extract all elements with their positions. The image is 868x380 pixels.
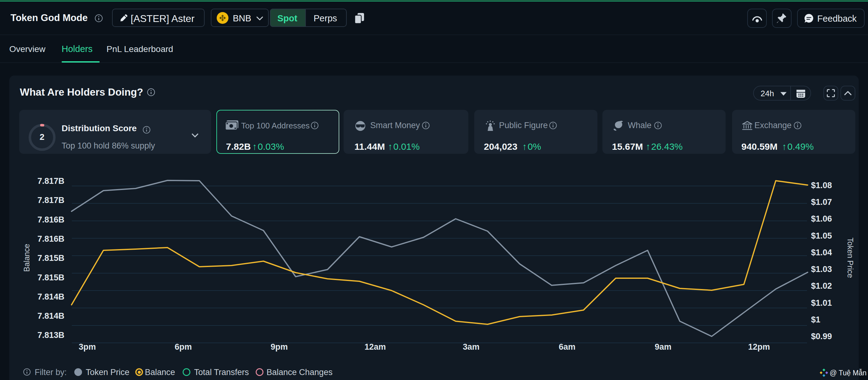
svg-text:7.815B: 7.815B	[37, 253, 64, 263]
svg-text:$1.03: $1.03	[811, 264, 832, 274]
svg-text:9am: 9am	[655, 342, 672, 351]
svg-text:7.813B: 7.813B	[37, 330, 64, 340]
svg-text:7.814B: 7.814B	[37, 311, 64, 321]
svg-text:7.817B: 7.817B	[37, 196, 64, 205]
svg-text:12pm: 12pm	[748, 342, 770, 351]
svg-text:$1.04: $1.04	[811, 248, 832, 257]
svg-text:6am: 6am	[559, 342, 576, 351]
svg-text:6pm: 6pm	[175, 342, 192, 351]
svg-text:$1.05: $1.05	[811, 231, 832, 241]
svg-text:Balance: Balance	[22, 244, 31, 272]
svg-text:$1.07: $1.07	[811, 197, 832, 207]
svg-text:$1.06: $1.06	[811, 214, 832, 223]
svg-text:$1.02: $1.02	[811, 281, 832, 291]
svg-text:7.816B: 7.816B	[37, 234, 64, 244]
svg-text:7.815B: 7.815B	[37, 273, 64, 282]
svg-text:$1: $1	[811, 315, 820, 324]
svg-text:Token Price: Token Price	[846, 238, 855, 278]
svg-text:7.816B: 7.816B	[37, 215, 64, 224]
svg-text:$0.99: $0.99	[811, 332, 832, 341]
svg-text:12am: 12am	[364, 342, 386, 351]
svg-text:$1.01: $1.01	[811, 298, 832, 308]
svg-text:$1.08: $1.08	[811, 181, 832, 190]
svg-text:7.814B: 7.814B	[37, 292, 64, 302]
svg-text:3am: 3am	[463, 342, 479, 351]
svg-text:9pm: 9pm	[271, 342, 288, 351]
svg-text:3pm: 3pm	[79, 342, 96, 351]
svg-text:7.817B: 7.817B	[37, 177, 64, 186]
